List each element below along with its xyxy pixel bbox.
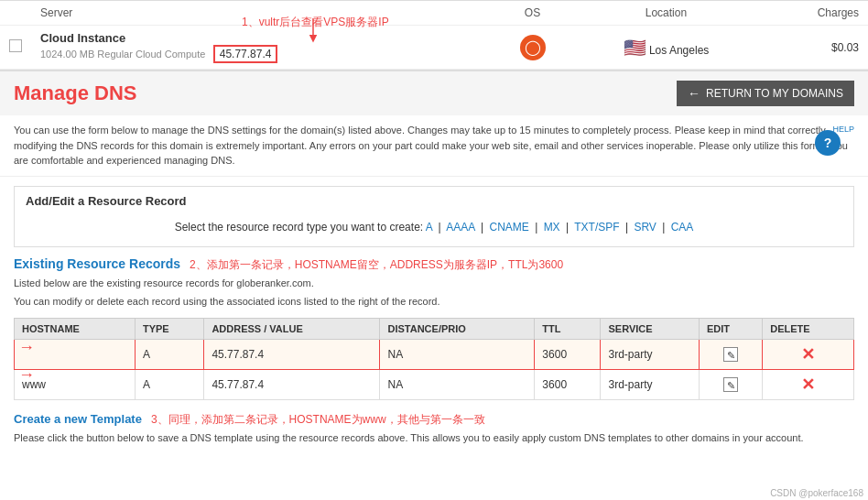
record1-ttl: 3600 xyxy=(535,339,601,369)
us-flag-icon: 🇺🇸 xyxy=(624,38,646,58)
record-type-row: Select the resource record type you want… xyxy=(26,215,842,239)
arrow-left-2: → xyxy=(18,365,35,385)
existing-sub1: Listed below are the existing resource r… xyxy=(14,276,854,292)
record-type-caa[interactable]: CAA xyxy=(671,221,694,234)
address-header: ADDRESS / VALUE xyxy=(204,318,380,339)
charge-value: $0.03 xyxy=(831,41,859,54)
record1-delete[interactable]: ✕ xyxy=(763,339,854,369)
record2-distance: NA xyxy=(380,369,535,399)
dns-records-table: HOSTNAME TYPE ADDRESS / VALUE DISTANCE/P… xyxy=(14,318,854,400)
dns-info-text: You can use the form below to manage the… xyxy=(14,125,848,166)
table-row: A 45.77.87.4 NA 3600 3rd-party ✎ ✕ xyxy=(15,339,854,369)
record2-type: A xyxy=(135,369,203,399)
row-checkbox-cell xyxy=(0,26,31,70)
record1-distance: NA xyxy=(380,339,535,369)
os-header: OS xyxy=(493,1,572,26)
record2-service: 3rd-party xyxy=(601,369,699,399)
server-info-cell: Cloud Instance 1024.00 MB Regular Cloud … xyxy=(31,26,493,70)
delete-button[interactable]: ✕ xyxy=(801,375,815,395)
location-text: Los Angeles xyxy=(649,44,709,57)
record-type-label: Select the resource record type you want… xyxy=(175,221,423,234)
charges-header: Charges xyxy=(760,1,868,26)
hostname-header: HOSTNAME xyxy=(15,318,136,339)
table-row: www A 45.77.87.4 NA 3600 3rd-party ✎ ✕ xyxy=(15,369,854,399)
distance-header: DISTANCE/PRIO xyxy=(380,318,535,339)
create-template-section: Create a new Template 3、同理，添加第二条记录，HOSTN… xyxy=(0,405,868,453)
edit-header: EDIT xyxy=(699,318,762,339)
record-type-cname[interactable]: CNAME xyxy=(489,221,528,234)
arrow-left-1: → xyxy=(18,338,35,357)
add-edit-section: Add/Edit a Resource Record Select the re… xyxy=(14,186,854,247)
ttl-header: TTL xyxy=(535,318,601,339)
server-table: Server OS Location Charges Cloud Instanc… xyxy=(0,0,868,70)
annotation-2: 2、添加第一条记录，HOSTNAME留空，ADDRESS为服务器IP，TTL为3… xyxy=(190,257,563,273)
record2-ttl: 3600 xyxy=(535,369,601,399)
instance-spec: 1024.00 MB Regular Cloud Compute xyxy=(40,49,205,60)
record1-edit[interactable]: ✎ xyxy=(699,339,762,369)
existing-records-section: Existing Resource Records 2、添加第一条记录，HOST… xyxy=(0,256,868,400)
return-to-domains-button[interactable]: ← RETURN TO MY DOMAINS xyxy=(677,81,854,106)
create-template-title: Create a new Template xyxy=(14,412,142,426)
record-type-aaaa[interactable]: AAAA xyxy=(446,221,474,234)
help-button[interactable]: ? xyxy=(815,130,841,156)
dns-info-section: You can use the form below to manage the… xyxy=(0,115,868,177)
existing-sub2: You can modify or delete each record usi… xyxy=(14,294,854,310)
location-header: Location xyxy=(572,1,760,26)
arrow-svg-1 xyxy=(286,18,341,46)
select-all-header xyxy=(0,1,31,26)
os-cell: ◯ xyxy=(493,26,572,70)
service-header: SERVICE xyxy=(601,318,699,339)
edit-icon[interactable]: ✎ xyxy=(723,377,738,392)
delete-button[interactable]: ✕ xyxy=(801,344,815,364)
row-checkbox[interactable] xyxy=(9,39,22,52)
existing-records-title: Existing Resource Records xyxy=(14,256,180,271)
charge-cell: $0.03 xyxy=(760,26,868,70)
record2-edit[interactable]: ✎ xyxy=(699,369,762,399)
return-btn-label: RETURN TO MY DOMAINS xyxy=(706,87,843,100)
record2-address: 45.77.87.4 xyxy=(204,369,380,399)
annotation-3: 3、同理，添加第二条记录，HOSTNAME为www，其他与第一条一致 xyxy=(151,412,485,428)
record1-address: 45.77.87.4 xyxy=(204,339,380,369)
dns-header: Manage DNS ← RETURN TO MY DOMAINS xyxy=(0,70,868,115)
instance-name: Cloud Instance xyxy=(40,31,125,45)
edit-icon[interactable]: ✎ xyxy=(723,347,738,362)
create-template-desc: Please click the button below to save a … xyxy=(14,430,854,446)
type-header: TYPE xyxy=(135,318,203,339)
record1-type: A xyxy=(135,339,203,369)
record-type-a[interactable]: A xyxy=(426,221,432,234)
left-arrow-icon: ← xyxy=(688,86,700,101)
record2-delete[interactable]: ✕ xyxy=(763,369,854,399)
location-cell: 🇺🇸 Los Angeles xyxy=(572,26,760,70)
instance-ip: 45.77.87.4 xyxy=(213,45,278,63)
record-type-txtspf[interactable]: TXT/SPF xyxy=(574,221,619,234)
record-type-mx[interactable]: MX xyxy=(544,221,560,234)
record1-service: 3rd-party xyxy=(601,339,699,369)
add-edit-title: Add/Edit a Resource Record xyxy=(26,194,842,208)
record-type-srv[interactable]: SRV xyxy=(634,221,656,234)
ubuntu-icon: ◯ xyxy=(520,35,546,60)
delete-header: DELETE xyxy=(763,318,854,339)
dns-title: Manage DNS xyxy=(14,82,136,105)
